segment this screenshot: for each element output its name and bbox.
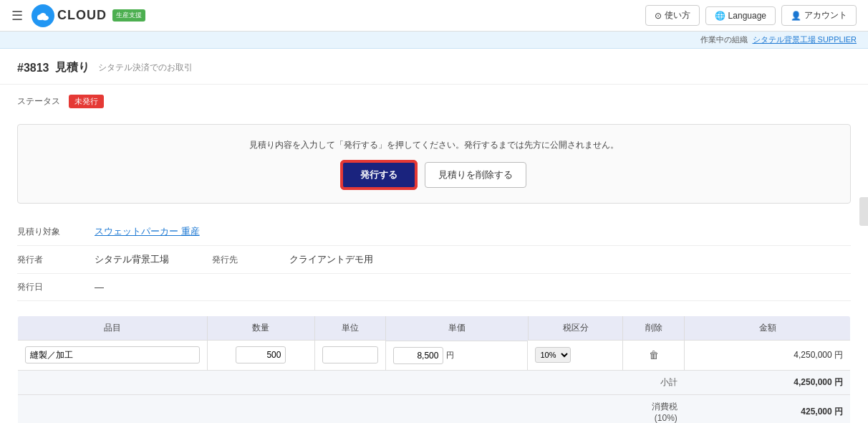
info-box-message: 見積り内容を入力して「発行する」を押してください。発行するまでは先方に公開されま… bbox=[35, 139, 833, 151]
cell-tax: 10% 8% 0% bbox=[528, 341, 622, 371]
side-tab[interactable] bbox=[859, 197, 868, 226]
col-header-qty: 数量 bbox=[207, 316, 315, 341]
col-header-amount: 金額 bbox=[685, 316, 851, 341]
cell-delete: 🗑 bbox=[623, 341, 685, 371]
col-header-item: 品目 bbox=[18, 316, 208, 341]
page-header: #3813 見積り シタテル決済でのお取引 bbox=[0, 49, 868, 85]
info-box-buttons: 発行する 見積りを削除する bbox=[35, 161, 833, 189]
tax-row: 消費税(10%) 425,000 円 bbox=[18, 394, 851, 423]
subtotal-row: 小計 4,250,000 円 bbox=[18, 370, 851, 394]
tax-select[interactable]: 10% 8% 0% bbox=[535, 347, 571, 363]
cell-amount: 4,250,000 円 bbox=[685, 341, 851, 371]
table-header-row: 品目 数量 単位 単価 税区分 削除 金額 bbox=[18, 316, 851, 341]
date-value: — bbox=[95, 282, 104, 293]
svg-point-3 bbox=[37, 16, 43, 20]
target-value: スウェットパーカー 重産 bbox=[95, 225, 200, 238]
subtotal-label: 小計 bbox=[623, 370, 685, 394]
page-subtitle: シタテル決済でのお取引 bbox=[98, 62, 193, 74]
fields-section: 見積り対象 スウェットパーカー 重産 発行者 シタテル背景工場 発行先 クライア… bbox=[0, 218, 868, 301]
date-row: 発行日 — bbox=[17, 274, 851, 301]
subtotal-value: 4,250,000 円 bbox=[685, 370, 851, 394]
target-link[interactable]: スウェットパーカー 重産 bbox=[95, 226, 200, 237]
user-icon: 👤 bbox=[791, 11, 801, 21]
issueto-value: クライアントデモ用 bbox=[289, 253, 373, 266]
status-row: ステータス 未発行 bbox=[0, 85, 868, 118]
cell-price: 円 bbox=[386, 341, 528, 370]
issuer-row: 発行者 シタテル背景工場 発行先 クライアントデモ用 bbox=[17, 246, 851, 274]
col-header-tax: 税区分 bbox=[528, 316, 622, 341]
target-row: 見積り対象 スウェットパーカー 重産 bbox=[17, 218, 851, 246]
qty-input[interactable] bbox=[236, 346, 286, 363]
logo-circle bbox=[32, 4, 54, 27]
delete-quote-button[interactable]: 見積りを削除する bbox=[425, 162, 526, 188]
issuer-value: シタテル背景工場 bbox=[95, 253, 169, 266]
header-left: ☰ CLOUD 生産支援 bbox=[11, 4, 145, 27]
page-number: #3813 bbox=[17, 62, 49, 75]
tax-label: 消費税(10%) bbox=[623, 394, 685, 423]
main-content: #3813 見積り シタテル決済でのお取引 ステータス 未発行 見積り内容を入力… bbox=[0, 49, 868, 423]
account-button[interactable]: 👤 アカウント bbox=[781, 5, 857, 26]
price-input[interactable] bbox=[393, 347, 443, 364]
help-icon: ⊙ bbox=[655, 11, 662, 21]
status-label: ステータス bbox=[17, 95, 60, 108]
table-row: 円 10% 8% 0% 🗑 4,25 bbox=[18, 341, 851, 371]
header: ☰ CLOUD 生産支援 ⊙ 使い方 🌐 L bbox=[0, 0, 868, 32]
issueto-label: 発行先 bbox=[212, 254, 284, 266]
col-header-delete: 削除 bbox=[623, 316, 685, 341]
date-label: 発行日 bbox=[17, 281, 89, 293]
unit-input[interactable] bbox=[322, 346, 378, 363]
cell-unit bbox=[315, 341, 386, 371]
info-box: 見積り内容を入力して「発行する」を押してください。発行するまでは先方に公開されま… bbox=[17, 124, 851, 204]
logo-area: CLOUD 生産支援 bbox=[32, 4, 145, 27]
cell-item bbox=[18, 341, 208, 371]
logo-cloud: CLOUD 生産支援 bbox=[32, 4, 145, 27]
price-unit: 円 bbox=[446, 350, 454, 361]
language-button[interactable]: 🌐 Language bbox=[705, 6, 776, 25]
logo-badge: 生産支援 bbox=[112, 9, 145, 22]
org-link[interactable]: シタテル背景工場 SUPPLIER bbox=[753, 35, 857, 44]
help-button[interactable]: ⊙ 使い方 bbox=[645, 5, 700, 26]
globe-icon: 🌐 bbox=[715, 11, 725, 21]
workspace-bar: 作業中の組織 シタテル背景工場 SUPPLIER bbox=[0, 32, 868, 49]
issuer-item: 発行者 シタテル背景工場 bbox=[17, 253, 169, 266]
target-label: 見積り対象 bbox=[17, 226, 89, 238]
issuer-group: 発行者 シタテル背景工場 発行先 クライアントデモ用 bbox=[17, 253, 851, 266]
logo-text: CLOUD bbox=[57, 8, 107, 23]
issueto-item: 発行先 クライアントデモ用 bbox=[212, 253, 373, 266]
tax-value: 425,000 円 bbox=[685, 394, 851, 423]
page-title: 見積り bbox=[55, 60, 90, 75]
tax-select-wrapper: 10% 8% 0% bbox=[535, 347, 615, 363]
table-section: 品目 数量 単位 単価 税区分 削除 金額 bbox=[0, 301, 868, 423]
issuer-label: 発行者 bbox=[17, 254, 89, 266]
col-header-unit: 単位 bbox=[315, 316, 386, 341]
quote-table: 品目 数量 単位 単価 税区分 削除 金額 bbox=[17, 315, 851, 423]
cell-qty bbox=[207, 341, 315, 371]
menu-icon[interactable]: ☰ bbox=[11, 8, 23, 24]
status-badge: 未発行 bbox=[69, 95, 104, 108]
item-input[interactable] bbox=[25, 346, 200, 363]
col-header-price: 単価 bbox=[386, 316, 529, 341]
workspace-label: 作業中の組織 bbox=[700, 35, 748, 44]
issue-button[interactable]: 発行する bbox=[342, 161, 416, 189]
header-right: ⊙ 使い方 🌐 Language 👤 アカウント bbox=[645, 5, 857, 26]
delete-row-icon[interactable]: 🗑 bbox=[649, 349, 659, 361]
